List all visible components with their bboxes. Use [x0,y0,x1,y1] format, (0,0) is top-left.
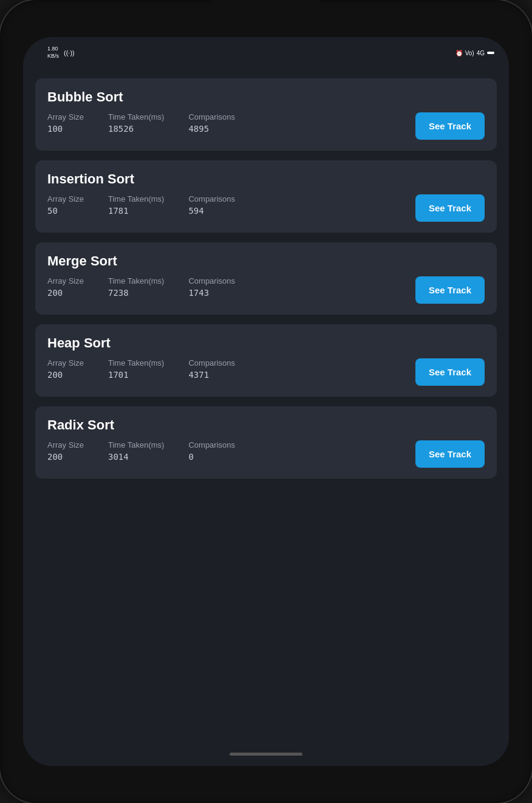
lte-icon: 4G [477,50,485,56]
status-icons: ⏰ Vo) 4G [455,50,494,56]
sort-stats-merge-sort: Array Size 200 Time Taken(ms) 7238 Compa… [47,276,235,298]
array-size-value-merge-sort: 200 [47,288,84,298]
sort-stats-bubble-sort: Array Size 100 Time Taken(ms) 18526 Comp… [47,112,235,134]
sort-card-insertion-sort: Insertion Sort Array Size 50 Time Taken(… [35,160,497,233]
phone-notch [211,0,321,17]
see-track-button-radix-sort[interactable]: See Track [415,440,485,468]
bottom-bar [23,742,509,766]
time-taken-value-merge-sort: 7238 [108,288,164,298]
network-speed: 1.80 KB/s [47,46,59,60]
volte-icon: Vo) [465,50,474,56]
sort-title-merge-sort: Merge Sort [47,253,485,269]
sort-data-row-heap-sort: Array Size 200 Time Taken(ms) 1701 Compa… [47,358,485,386]
phone-frame: 1.80 KB/s ((·)) ⏰ Vo) 4G Bubble Sort [0,0,532,803]
array-size-col-merge-sort: Array Size 200 [47,276,84,298]
array-size-value-insertion-sort: 50 [47,206,84,216]
time-taken-label: Time Taken(ms) [108,276,164,285]
comparisons-value-merge-sort: 1743 [188,288,235,298]
comparisons-label: Comparisons [188,112,235,121]
array-size-col-heap-sort: Array Size 200 [47,358,84,380]
sort-card-merge-sort: Merge Sort Array Size 200 Time Taken(ms)… [35,242,497,315]
see-track-button-heap-sort[interactable]: See Track [415,358,485,386]
comparisons-value-bubble-sort: 4895 [188,124,235,134]
comparisons-col-heap-sort: Comparisons 4371 [188,358,235,380]
comparisons-col-merge-sort: Comparisons 1743 [188,276,235,298]
status-bar-right: ⏰ Vo) 4G [455,50,494,56]
time-taken-col-heap-sort: Time Taken(ms) 1701 [108,358,164,380]
comparisons-label: Comparisons [188,358,235,367]
sort-data-row-insertion-sort: Array Size 50 Time Taken(ms) 1781 Compar… [47,194,485,222]
time-taken-col-bubble-sort: Time Taken(ms) 18526 [108,112,164,134]
array-size-label: Array Size [47,276,84,285]
array-size-label: Array Size [47,440,84,449]
comparisons-col-bubble-sort: Comparisons 4895 [188,112,235,134]
time-taken-label: Time Taken(ms) [108,194,164,203]
time-taken-value-insertion-sort: 1781 [108,206,164,216]
sort-title-radix-sort: Radix Sort [47,417,485,433]
comparisons-value-heap-sort: 4371 [188,370,235,380]
content-area: Bubble Sort Array Size 100 Time Taken(ms… [23,69,509,742]
wifi-icon: ((·)) [64,49,75,56]
time-taken-col-merge-sort: Time Taken(ms) 7238 [108,276,164,298]
sort-title-bubble-sort: Bubble Sort [47,89,485,105]
sort-card-bubble-sort: Bubble Sort Array Size 100 Time Taken(ms… [35,78,497,151]
array-size-label: Array Size [47,112,84,121]
time-taken-label: Time Taken(ms) [108,440,164,449]
see-track-button-insertion-sort[interactable]: See Track [415,194,485,222]
sort-card-radix-sort: Radix Sort Array Size 200 Time Taken(ms)… [35,406,497,479]
comparisons-col-radix-sort: Comparisons 0 [188,440,235,462]
home-indicator [230,753,302,756]
comparisons-label: Comparisons [188,194,235,203]
comparisons-col-insertion-sort: Comparisons 594 [188,194,235,216]
array-size-label: Array Size [47,194,84,203]
array-size-value-bubble-sort: 100 [47,124,84,134]
array-size-col-radix-sort: Array Size 200 [47,440,84,462]
time-taken-label: Time Taken(ms) [108,112,164,121]
sort-stats-heap-sort: Array Size 200 Time Taken(ms) 1701 Compa… [47,358,235,380]
sort-title-heap-sort: Heap Sort [47,335,485,351]
comparisons-value-radix-sort: 0 [188,452,235,462]
sort-title-insertion-sort: Insertion Sort [47,171,485,187]
sort-data-row-bubble-sort: Array Size 100 Time Taken(ms) 18526 Comp… [47,112,485,140]
sort-data-row-radix-sort: Array Size 200 Time Taken(ms) 3014 Compa… [47,440,485,468]
array-size-value-radix-sort: 200 [47,452,84,462]
sort-data-row-merge-sort: Array Size 200 Time Taken(ms) 7238 Compa… [47,276,485,304]
time-taken-col-radix-sort: Time Taken(ms) 3014 [108,440,164,462]
time-taken-label: Time Taken(ms) [108,358,164,367]
array-size-label: Array Size [47,358,84,367]
time-taken-value-radix-sort: 3014 [108,452,164,462]
status-bar: 1.80 KB/s ((·)) ⏰ Vo) 4G [23,37,509,69]
see-track-button-merge-sort[interactable]: See Track [415,276,485,304]
battery-indicator [487,52,494,54]
see-track-button-bubble-sort[interactable]: See Track [415,112,485,140]
array-size-col-bubble-sort: Array Size 100 [47,112,84,134]
comparisons-label: Comparisons [188,440,235,449]
time-taken-col-insertion-sort: Time Taken(ms) 1781 [108,194,164,216]
phone-screen: 1.80 KB/s ((·)) ⏰ Vo) 4G Bubble Sort [23,37,509,766]
array-size-value-heap-sort: 200 [47,370,84,380]
alarm-icon: ⏰ [455,50,463,56]
sort-stats-insertion-sort: Array Size 50 Time Taken(ms) 1781 Compar… [47,194,235,216]
sort-cards-container: Bubble Sort Array Size 100 Time Taken(ms… [35,78,497,479]
array-size-col-insertion-sort: Array Size 50 [47,194,84,216]
sort-card-heap-sort: Heap Sort Array Size 200 Time Taken(ms) … [35,324,497,397]
time-taken-value-heap-sort: 1701 [108,370,164,380]
comparisons-label: Comparisons [188,276,235,285]
sort-stats-radix-sort: Array Size 200 Time Taken(ms) 3014 Compa… [47,440,235,462]
comparisons-value-insertion-sort: 594 [188,206,235,216]
time-taken-value-bubble-sort: 18526 [108,124,164,134]
status-bar-left: 1.80 KB/s ((·)) [38,46,75,60]
